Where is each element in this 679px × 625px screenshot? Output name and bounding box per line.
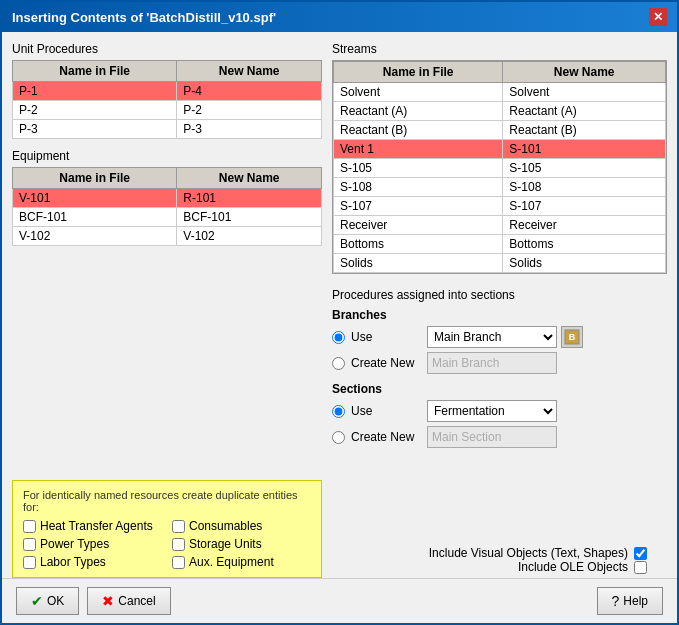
table-row[interactable]: P-1 P-4: [13, 82, 322, 101]
checkbox-label: Power Types: [40, 537, 109, 551]
checkbox-item[interactable]: [23, 520, 36, 533]
eq-cell-name: BCF-101: [13, 208, 177, 227]
include-ole-label: Include OLE Objects: [518, 560, 628, 574]
up-cell-name: P-3: [13, 120, 177, 139]
up-cell-name: P-1: [13, 82, 177, 101]
checkbox-label: Heat Transfer Agents: [40, 519, 153, 533]
include-ole-checkbox[interactable]: [634, 561, 647, 574]
st-col-newname: New Name: [503, 62, 666, 83]
section-create-radio[interactable]: [332, 431, 345, 444]
branch-use-row: Use Main Branch B: [332, 326, 667, 348]
checkbox-label: Consumables: [189, 519, 262, 533]
branch-create-label: Create New: [351, 356, 421, 370]
checkbox-row: Labor Types: [23, 555, 162, 569]
st-cell-newname: Solids: [503, 254, 666, 273]
include-visual-checkbox[interactable]: [634, 547, 647, 560]
dialog-footer: ✔ OK ✖ Cancel ? Help: [2, 578, 677, 623]
table-row[interactable]: S-105 S-105: [334, 159, 666, 178]
streams-section: Streams Name in File New Name Solvent So…: [332, 42, 667, 274]
st-cell-newname: S-101: [503, 140, 666, 159]
streams-table-container[interactable]: Name in File New Name Solvent Solvent Re…: [332, 60, 667, 274]
unit-procedures-table: Name in File New Name P-1 P-4 P-2 P-2 P-…: [12, 60, 322, 139]
streams-table: Name in File New Name Solvent Solvent Re…: [333, 61, 666, 273]
eq-cell-newname: BCF-101: [177, 208, 322, 227]
table-row[interactable]: P-2 P-2: [13, 101, 322, 120]
table-row[interactable]: S-108 S-108: [334, 178, 666, 197]
st-col-name: Name in File: [334, 62, 503, 83]
branch-dropdown[interactable]: Main Branch: [427, 326, 557, 348]
left-panel: Unit Procedures Name in File New Name P-…: [12, 42, 322, 466]
cancel-icon: ✖: [102, 593, 114, 609]
checkbox-row: Aux. Equipment: [172, 555, 311, 569]
checkbox-row: Storage Units: [172, 537, 311, 551]
help-icon: ?: [612, 593, 620, 609]
up-cell-newname: P-3: [177, 120, 322, 139]
checkbox-label: Labor Types: [40, 555, 106, 569]
table-row[interactable]: Reactant (A) Reactant (A): [334, 102, 666, 121]
include-ole-row: Include OLE Objects: [332, 560, 667, 574]
up-col-newname: New Name: [177, 61, 322, 82]
sections-create-row: Create New Main Section: [332, 426, 667, 448]
table-row[interactable]: Vent 1 S-101: [334, 140, 666, 159]
st-cell-name: Vent 1: [334, 140, 503, 159]
table-row[interactable]: Solvent Solvent: [334, 83, 666, 102]
table-row[interactable]: S-107 S-107: [334, 197, 666, 216]
checkbox-item[interactable]: [23, 556, 36, 569]
st-cell-newname: Reactant (B): [503, 121, 666, 140]
branch-use-label: Use: [351, 330, 421, 344]
table-row[interactable]: Reactant (B) Reactant (B): [334, 121, 666, 140]
st-cell-newname: Bottoms: [503, 235, 666, 254]
eq-col-newname: New Name: [177, 168, 322, 189]
equipment-section: Equipment Name in File New Name V-101 R-…: [12, 149, 322, 246]
procedures-assigned-section: Procedures assigned into sections Branch…: [332, 284, 667, 460]
branch-icon-button[interactable]: B: [561, 326, 583, 348]
section-use-radio[interactable]: [332, 405, 345, 418]
checkbox-label: Storage Units: [189, 537, 262, 551]
table-row[interactable]: V-101 R-101: [13, 189, 322, 208]
checkbox-item[interactable]: [172, 556, 185, 569]
section-create-label: Create New: [351, 430, 421, 444]
table-row[interactable]: BCF-101 BCF-101: [13, 208, 322, 227]
ok-icon: ✔: [31, 593, 43, 609]
table-row[interactable]: P-3 P-3: [13, 120, 322, 139]
branches-label: Branches: [332, 308, 667, 322]
section-dropdown[interactable]: Fermentation: [427, 400, 557, 422]
st-cell-name: Receiver: [334, 216, 503, 235]
checkbox-row: Heat Transfer Agents: [23, 519, 162, 533]
footer-right: ? Help: [597, 587, 663, 615]
branch-use-radio[interactable]: [332, 331, 345, 344]
close-button[interactable]: ✕: [649, 8, 667, 26]
eq-cell-newname: V-102: [177, 227, 322, 246]
eq-cell-name: V-101: [13, 189, 177, 208]
svg-text:B: B: [569, 332, 576, 342]
help-button[interactable]: ? Help: [597, 587, 663, 615]
branch-create-radio[interactable]: [332, 357, 345, 370]
yellow-box-title: For identically named resources create d…: [23, 489, 311, 513]
table-row[interactable]: Solids Solids: [334, 254, 666, 273]
up-cell-name: P-2: [13, 101, 177, 120]
checkbox-item[interactable]: [172, 538, 185, 551]
branch-create-placeholder: Main Branch: [432, 356, 499, 370]
equipment-label: Equipment: [12, 149, 322, 163]
table-row[interactable]: Bottoms Bottoms: [334, 235, 666, 254]
checkbox-item[interactable]: [172, 520, 185, 533]
ok-button[interactable]: ✔ OK: [16, 587, 79, 615]
checkbox-label: Aux. Equipment: [189, 555, 274, 569]
footer-left: ✔ OK ✖ Cancel: [16, 587, 171, 615]
checkbox-item[interactable]: [23, 538, 36, 551]
help-label: Help: [623, 594, 648, 608]
branch-use-dropdown-row: Main Branch B: [427, 326, 667, 348]
eq-cell-name: V-102: [13, 227, 177, 246]
st-cell-name: S-108: [334, 178, 503, 197]
section-create-field: Main Section: [427, 426, 557, 448]
st-cell-name: Reactant (A): [334, 102, 503, 121]
main-dialog: Inserting Contents of 'BatchDistill_v10.…: [0, 0, 679, 625]
table-row[interactable]: V-102 V-102: [13, 227, 322, 246]
eq-cell-newname: R-101: [177, 189, 322, 208]
branches-section: Branches Use Main Branch: [332, 308, 667, 374]
unit-procedures-section: Unit Procedures Name in File New Name P-…: [12, 42, 322, 139]
branch-create-row: Create New Main Branch: [332, 352, 667, 374]
sections-section: Sections Use Fermentation: [332, 382, 667, 448]
table-row[interactable]: Receiver Receiver: [334, 216, 666, 235]
cancel-button[interactable]: ✖ Cancel: [87, 587, 170, 615]
